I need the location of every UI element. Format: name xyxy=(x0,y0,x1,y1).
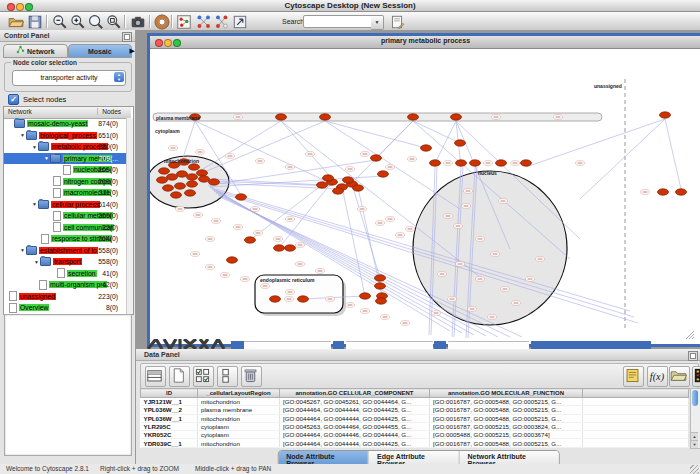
network-node[interactable] xyxy=(496,160,507,166)
unselect-attributes-icon[interactable] xyxy=(217,366,238,387)
network-node[interactable] xyxy=(317,182,328,188)
network-node[interactable] xyxy=(209,179,220,185)
network-node[interactable] xyxy=(353,185,364,191)
delete-attribute-icon[interactable] xyxy=(241,366,262,387)
tree-row[interactable]: ▼establishment of lo558(0) xyxy=(4,245,126,257)
network-node[interactable] xyxy=(375,275,386,281)
network-node[interactable] xyxy=(376,298,387,304)
canvas-resize-grip[interactable] xyxy=(686,331,694,339)
table-row[interactable]: YPL036W__1mitochondrion[GO:0044464, GO:0… xyxy=(141,414,689,422)
zoom-fit-icon[interactable] xyxy=(106,14,122,30)
network-node[interactable] xyxy=(378,171,389,177)
network-node[interactable] xyxy=(676,189,687,195)
tree-row[interactable]: cell communicat22(0) xyxy=(4,222,126,234)
tree-row[interactable]: unassigned223(0) xyxy=(4,291,126,303)
network-node[interactable] xyxy=(455,140,466,146)
function-builder-icon[interactable]: f(x) xyxy=(647,366,668,387)
network-node[interactable] xyxy=(430,160,441,166)
network-node[interactable] xyxy=(456,160,467,166)
tree-row[interactable]: secretion41(0) xyxy=(4,268,126,280)
network-node[interactable] xyxy=(276,114,287,120)
tree-row[interactable]: macromolecule311(0) xyxy=(4,187,126,199)
background-window-border[interactable] xyxy=(231,341,244,349)
network-node[interactable] xyxy=(199,176,210,182)
vizmapper-icon[interactable] xyxy=(232,14,248,30)
expand-arrow-icon[interactable]: ▼ xyxy=(44,155,49,161)
network-node[interactable] xyxy=(197,170,208,176)
expand-arrow-icon[interactable]: ▼ xyxy=(34,259,39,265)
network-node[interactable] xyxy=(285,245,296,251)
network-node[interactable] xyxy=(171,192,182,198)
network-node[interactable] xyxy=(187,174,198,180)
network-node[interactable] xyxy=(371,155,382,161)
table-row[interactable]: YDR039C__1mitochondrion[GO:0044464, GO:0… xyxy=(141,439,689,447)
tree-row[interactable]: ▼primary metabo209(... xyxy=(4,153,126,165)
tree-row[interactable]: nucleobase-209(0) xyxy=(4,164,126,176)
tab-overflow-arrow[interactable]: ▶ xyxy=(130,47,135,55)
background-window-border[interactable] xyxy=(333,341,344,349)
node-color-dropdown[interactable]: transporter activity ▲▼ xyxy=(12,70,126,86)
scroll-down-arrow[interactable]: ▼ xyxy=(691,440,698,448)
expand-arrow-icon[interactable]: ▼ xyxy=(20,247,25,253)
zoom-out-icon[interactable] xyxy=(52,14,68,30)
table-row[interactable]: YKR052Ccytoplasm[GO:0044464, GO:0044446,… xyxy=(141,431,689,439)
background-window-border[interactable] xyxy=(531,341,651,349)
table-column-header[interactable]: ID xyxy=(141,389,198,398)
network-node[interactable] xyxy=(236,194,247,200)
network-node[interactable] xyxy=(375,283,386,289)
select-nodes-checkbox[interactable]: ✓ xyxy=(8,94,19,105)
table-column-header[interactable]: _cellularLayoutRegion xyxy=(198,389,280,398)
network-node[interactable] xyxy=(521,160,532,166)
network-node[interactable] xyxy=(298,296,309,302)
float-panel-icon[interactable] xyxy=(122,32,132,42)
tab-mosaic[interactable]: Mosaic xyxy=(68,44,133,58)
tree-row[interactable]: Overview8(0) xyxy=(4,302,126,314)
tree-row[interactable]: ▼transport558(0) xyxy=(4,256,126,268)
network-node[interactable] xyxy=(227,257,238,263)
search-input[interactable] xyxy=(303,15,373,28)
expand-arrow-icon[interactable]: ▼ xyxy=(32,144,37,150)
network-node[interactable] xyxy=(451,114,462,120)
dropdown-stepper-icon[interactable]: ▲▼ xyxy=(114,72,124,82)
zoom-in-icon[interactable] xyxy=(70,14,86,30)
network-node[interactable] xyxy=(159,168,170,174)
network-node[interactable] xyxy=(189,164,200,170)
network-canvas[interactable]: plasma membranecytoplasmmitochondrionnuc… xyxy=(150,49,695,341)
heatmap-icon[interactable] xyxy=(692,366,700,387)
scroll-up-arrow[interactable]: ▲ xyxy=(691,432,698,440)
expand-arrow-icon[interactable]: ▼ xyxy=(20,132,25,138)
network-node[interactable] xyxy=(343,177,354,183)
network-node[interactable] xyxy=(320,114,331,120)
network-node[interactable] xyxy=(270,296,281,302)
birds-eye-view[interactable] xyxy=(4,314,132,456)
table-column-header[interactable]: annotation.GO CELLULAR_COMPONENT xyxy=(280,389,430,398)
network-node[interactable] xyxy=(167,174,178,180)
network-node[interactable] xyxy=(333,188,344,194)
background-window-border[interactable] xyxy=(434,341,446,349)
open-session-icon[interactable] xyxy=(8,14,24,30)
tree-scrollbar[interactable] xyxy=(126,118,133,314)
tree-column-network[interactable]: Network xyxy=(8,108,32,115)
network-node[interactable] xyxy=(323,175,334,181)
attribute-matrix-icon[interactable] xyxy=(145,366,166,387)
network-node[interactable] xyxy=(187,181,198,187)
network-node[interactable] xyxy=(274,245,285,251)
table-row[interactable]: YJR121W__1mitochondrion[GO:0045267, GO:0… xyxy=(141,398,689,406)
select-attributes-icon[interactable] xyxy=(193,366,214,387)
table-scrollbar[interactable]: ▲ ▼ xyxy=(690,388,700,449)
network-window-titlebar[interactable]: primary metabolic process xyxy=(150,36,700,49)
destroy-network-icon[interactable] xyxy=(214,14,230,30)
network-node[interactable] xyxy=(185,190,196,196)
layout-network-icon[interactable] xyxy=(196,14,212,30)
tree-row[interactable]: ▼metabolic process280(0) xyxy=(4,141,126,153)
table-column-header[interactable]: annotation.GO MOLECULAR_FUNCTION xyxy=(430,389,583,398)
create-attribute-icon[interactable] xyxy=(169,366,190,387)
network-node[interactable] xyxy=(177,171,188,177)
network-node[interactable] xyxy=(157,177,168,183)
zoom-selected-icon[interactable] xyxy=(88,14,104,30)
tab-network[interactable]: Network xyxy=(3,44,68,58)
network-node[interactable] xyxy=(408,114,419,120)
help-icon[interactable] xyxy=(154,14,170,30)
tree-row[interactable]: response to stimulu264(0) xyxy=(4,233,126,245)
tree-row[interactable]: cellular metabol209(0) xyxy=(4,210,126,222)
